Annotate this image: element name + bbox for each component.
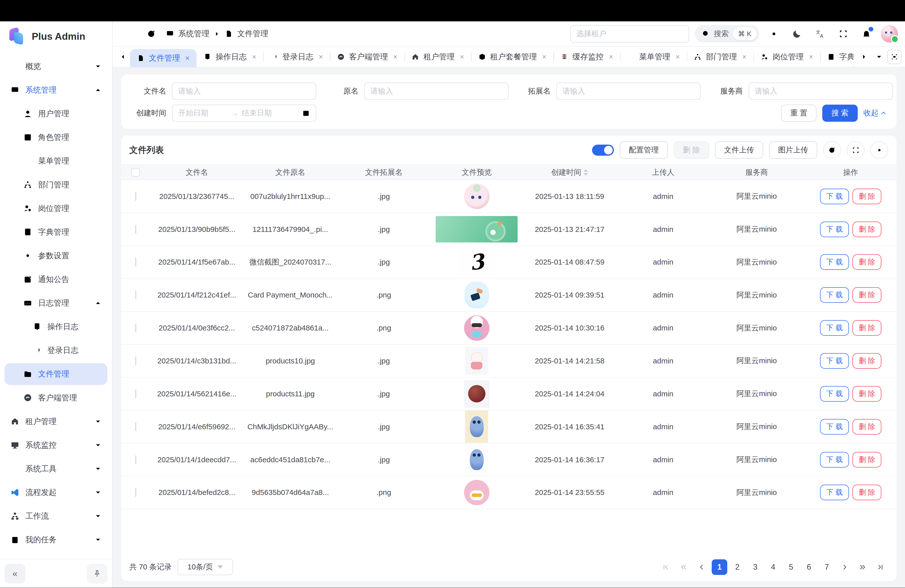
- tabs-more-button[interactable]: [872, 50, 886, 64]
- hamburger-menu-button[interactable]: [119, 25, 137, 43]
- file-preview-thumbnail[interactable]: [465, 282, 489, 308]
- dark-mode-button[interactable]: [788, 25, 806, 43]
- breadcrumb-root[interactable]: 系统管理: [178, 29, 210, 39]
- tab-operation-log[interactable]: 操作日志 ×: [197, 47, 263, 67]
- file-preview-thumbnail[interactable]: [464, 480, 489, 505]
- sidebar-item-dict-management[interactable]: 字典管理: [5, 221, 107, 243]
- sidebar-item-my-tasks[interactable]: 我的任务: [5, 529, 107, 551]
- tab-login-log[interactable]: 登录日志 ×: [263, 47, 330, 67]
- page-button-1[interactable]: 1: [712, 559, 727, 575]
- page-button-2[interactable]: 2: [730, 559, 745, 575]
- download-button[interactable]: 下 载: [820, 452, 849, 467]
- row-checkbox[interactable]: [135, 423, 136, 431]
- sidebar-item-system-management[interactable]: 系统管理: [5, 79, 107, 101]
- row-checkbox[interactable]: [135, 488, 136, 497]
- close-icon[interactable]: ×: [609, 52, 613, 61]
- close-icon[interactable]: ×: [252, 52, 256, 61]
- close-icon[interactable]: ×: [393, 52, 397, 61]
- col-created-time[interactable]: 创建时间: [523, 167, 616, 178]
- close-icon[interactable]: ×: [319, 52, 323, 61]
- pin-sidebar-button[interactable]: [87, 564, 108, 583]
- sidebar-item-tenant-management[interactable]: 租户管理: [5, 410, 107, 432]
- sidebar-item-demo-features[interactable]: 演示站专用功能: [5, 553, 107, 559]
- upload-file-button[interactable]: 文件上传: [715, 141, 763, 159]
- tab-file-management[interactable]: 文件管理 ×: [130, 49, 197, 67]
- download-button[interactable]: 下 载: [820, 189, 849, 204]
- delete-button[interactable]: 删 除: [853, 485, 881, 500]
- page-button-5[interactable]: 5: [783, 559, 799, 575]
- fullscreen-button[interactable]: [835, 25, 852, 43]
- delete-button[interactable]: 删 除: [853, 189, 881, 204]
- sidebar-item-notice-announcement[interactable]: 通知公告: [5, 269, 107, 290]
- first-page-button[interactable]: [658, 559, 674, 575]
- file-preview-thumbnail[interactable]: [464, 380, 489, 408]
- select-all-checkbox[interactable]: [131, 168, 140, 176]
- sidebar-item-process-initiation[interactable]: 流程发起: [5, 482, 107, 503]
- row-checkbox[interactable]: [135, 192, 136, 201]
- delete-button[interactable]: 删 除: [853, 386, 881, 402]
- file-preview-thumbnail[interactable]: [465, 410, 488, 443]
- expand-table-button[interactable]: [847, 141, 865, 159]
- created-time-range-input[interactable]: 开始日期 → 结束日期: [172, 105, 316, 122]
- config-toggle[interactable]: [592, 145, 614, 156]
- close-icon[interactable]: ×: [742, 52, 746, 61]
- download-button[interactable]: 下 载: [820, 287, 849, 303]
- global-search-button[interactable]: 搜索 ⌘ K: [695, 25, 760, 43]
- page-button-6[interactable]: 6: [801, 559, 817, 575]
- download-button[interactable]: 下 载: [820, 254, 849, 270]
- prev-page-button[interactable]: [694, 559, 710, 575]
- tab-tenant-management[interactable]: 租户管理 ×: [405, 47, 471, 67]
- collapse-sidebar-button[interactable]: «: [5, 564, 25, 583]
- close-icon[interactable]: ×: [185, 54, 189, 62]
- download-button[interactable]: 下 载: [820, 419, 849, 435]
- close-icon[interactable]: ×: [675, 52, 680, 61]
- sidebar-item-user-management[interactable]: 用户管理: [5, 103, 107, 125]
- file-preview-thumbnail[interactable]: [464, 184, 489, 209]
- file-preview-thumbnail[interactable]: [465, 347, 488, 375]
- delete-selected-button[interactable]: 删 除: [674, 141, 709, 159]
- notifications-button[interactable]: [858, 25, 875, 43]
- language-button[interactable]: [811, 25, 829, 43]
- page-size-select[interactable]: 10条/页: [178, 559, 233, 575]
- tab-menu-management[interactable]: 菜单管理 ×: [620, 47, 687, 67]
- download-button[interactable]: 下 载: [820, 485, 849, 500]
- page-button-4[interactable]: 4: [765, 559, 781, 575]
- collapse-filters-link[interactable]: 收起: [864, 108, 887, 118]
- close-icon[interactable]: ×: [542, 52, 546, 61]
- sidebar-item-overview[interactable]: 概览: [5, 55, 107, 77]
- tab-client-management[interactable]: 客户端管理 ×: [330, 47, 404, 67]
- file-preview-thumbnail[interactable]: [436, 216, 518, 243]
- jump-back-button[interactable]: [676, 559, 692, 575]
- upload-image-button[interactable]: 图片上传: [769, 141, 817, 159]
- row-checkbox[interactable]: [135, 324, 136, 332]
- sidebar-item-menu-management[interactable]: 菜单管理: [5, 150, 107, 172]
- sidebar-item-operation-log[interactable]: 操作日志: [5, 316, 107, 338]
- sidebar-item-workflow[interactable]: 工作流: [5, 505, 107, 527]
- tab-department-management[interactable]: 部门管理 ×: [687, 47, 753, 67]
- delete-button[interactable]: 删 除: [853, 222, 881, 237]
- tabs-scroll-left-button[interactable]: [116, 47, 130, 67]
- sidebar-item-login-log[interactable]: 登录日志: [5, 340, 107, 361]
- provider-input[interactable]: 请输入: [749, 83, 893, 100]
- delete-button[interactable]: 删 除: [853, 452, 881, 467]
- sidebar-item-department-management[interactable]: 部门管理: [5, 174, 107, 195]
- last-page-button[interactable]: [873, 559, 888, 575]
- page-button-7[interactable]: 7: [819, 559, 835, 575]
- page-button-3[interactable]: 3: [747, 559, 763, 575]
- row-checkbox[interactable]: [135, 258, 136, 266]
- search-button[interactable]: 搜 索: [822, 105, 858, 122]
- filename-input[interactable]: 请输入: [172, 83, 316, 100]
- delete-button[interactable]: 删 除: [853, 353, 881, 369]
- sidebar-item-param-settings[interactable]: 参数设置: [5, 245, 107, 267]
- refresh-page-button[interactable]: [143, 25, 160, 43]
- sidebar-item-system-monitor[interactable]: 系统监控: [5, 434, 107, 456]
- sidebar-item-system-tools[interactable]: 系统工具: [5, 458, 107, 480]
- delete-button[interactable]: 删 除: [853, 287, 881, 303]
- config-management-button[interactable]: 配置管理: [620, 141, 668, 159]
- tab-tenant-package-management[interactable]: 租户套餐管理 ×: [471, 47, 553, 67]
- original-name-input[interactable]: 请输入: [364, 83, 508, 100]
- sidebar-item-log-management[interactable]: 日志管理: [5, 292, 107, 314]
- content-fullscreen-button[interactable]: [887, 50, 902, 64]
- reset-button[interactable]: 重 置: [781, 105, 816, 122]
- sidebar-item-post-management[interactable]: 岗位管理: [5, 197, 107, 219]
